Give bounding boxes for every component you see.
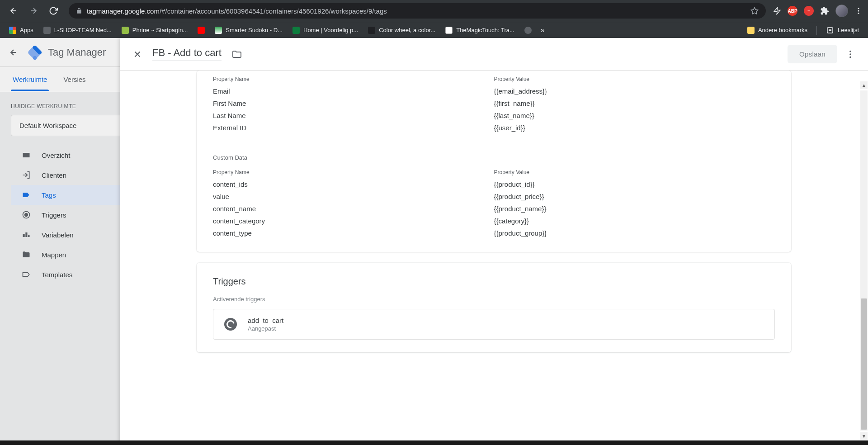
tag-icon xyxy=(22,190,33,199)
property-value: {{user_id}} xyxy=(494,124,775,132)
svg-rect-10 xyxy=(23,153,30,157)
folder-icon xyxy=(22,250,33,259)
table-row: content_ids{{product_id}} xyxy=(213,178,775,190)
tab-workspace[interactable]: Werkruimte xyxy=(11,68,49,90)
trigger-name: add_to_cart xyxy=(248,317,283,324)
apps-grid-icon xyxy=(9,27,16,34)
svg-point-1 xyxy=(858,8,859,9)
bolt-icon[interactable] xyxy=(773,7,781,15)
browser-reload-button[interactable] xyxy=(45,3,61,19)
property-value: {{product_id}} xyxy=(494,180,775,188)
bookmark-item[interactable]: Home | Voordelig p... xyxy=(289,25,362,36)
trigger-type: Aangepast xyxy=(248,325,283,332)
property-name: External ID xyxy=(213,124,494,132)
more-vert-icon xyxy=(845,49,855,59)
svg-marker-0 xyxy=(751,8,758,14)
tag-title[interactable]: FB - Add to cart xyxy=(152,47,222,61)
reading-list[interactable]: Leeslijst xyxy=(822,24,863,36)
bookmark-item[interactable]: L-SHOP-TEAM Ned... xyxy=(40,25,115,36)
property-value: {{email_address}} xyxy=(494,87,775,95)
property-name: Email xyxy=(213,87,494,95)
property-name: content_type xyxy=(213,229,494,237)
bookmark-item[interactable]: Color wheel, a color... xyxy=(364,25,439,36)
chrome-menu-icon[interactable] xyxy=(854,7,863,15)
drawer-menu-button[interactable] xyxy=(845,49,855,59)
custom-event-icon xyxy=(224,318,237,331)
scroll-thumb[interactable] xyxy=(861,298,867,430)
property-name: First Name xyxy=(213,99,494,107)
property-value: {{product_name}} xyxy=(494,205,775,213)
close-icon xyxy=(132,49,142,59)
favicon-icon xyxy=(122,27,129,34)
abp-icon[interactable]: ABP xyxy=(788,6,797,16)
current-workspace[interactable]: Default Workspace xyxy=(11,115,124,136)
tab-versions[interactable]: Versies xyxy=(61,68,87,90)
table-row: Last Name{{last_name}} xyxy=(213,109,775,122)
gtm-logo-icon xyxy=(24,41,46,63)
favicon-icon xyxy=(368,27,375,34)
url-text: tagmanager.google.com/#/container/accoun… xyxy=(87,7,387,15)
svg-point-3 xyxy=(858,13,859,14)
favicon-icon xyxy=(292,27,300,34)
arrow-right-icon xyxy=(29,6,38,15)
taskbar xyxy=(0,440,868,445)
triggers-title: Triggers xyxy=(213,272,775,287)
svg-point-18 xyxy=(849,50,851,52)
target-icon xyxy=(22,210,33,219)
extensions-icon[interactable] xyxy=(820,6,829,15)
bookmark-item[interactable] xyxy=(521,25,535,36)
triggers-card[interactable]: Triggers Activerende triggers add_to_car… xyxy=(197,263,791,352)
close-button[interactable] xyxy=(132,49,142,59)
bookmark-apps[interactable]: Apps xyxy=(5,25,37,36)
bookmark-item[interactable] xyxy=(194,25,208,36)
dashboard-icon xyxy=(22,151,33,160)
property-name: content_category xyxy=(213,217,494,225)
tag-config-card[interactable]: Property Name Property Value Email{{emai… xyxy=(197,71,791,252)
property-value: {{product_group}} xyxy=(494,229,775,237)
scroll-down-arrow[interactable]: ▼ xyxy=(860,432,868,440)
folder-outline-icon xyxy=(231,49,242,60)
table-row: value{{product_price}} xyxy=(213,190,775,203)
scrollbar[interactable]: ▲ ▼ xyxy=(860,81,868,440)
bookmark-item[interactable]: Smarter Sudoku - D... xyxy=(211,25,286,36)
table-row: Email{{email_address}} xyxy=(213,85,775,97)
trigger-row[interactable]: add_to_cart Aangepast xyxy=(213,309,775,340)
svg-rect-14 xyxy=(25,232,27,237)
folder-button[interactable] xyxy=(231,49,242,60)
property-value: {{last_name}} xyxy=(494,112,775,119)
exit-icon xyxy=(22,170,33,180)
custom-data-label: Custom Data xyxy=(213,154,775,161)
gtm-back-button[interactable] xyxy=(9,48,18,57)
svg-point-2 xyxy=(858,10,859,12)
browser-back-button[interactable] xyxy=(5,3,22,19)
property-value: {{first_name}} xyxy=(494,99,775,107)
favicon-icon xyxy=(43,27,51,34)
bookmark-overflow[interactable]: » xyxy=(541,26,545,34)
tag-drawer: FB - Add to cart Opslaan Property Name P… xyxy=(120,38,868,445)
bookmark-item[interactable]: TheMagicTouch: Tra... xyxy=(442,25,518,36)
property-name: content_ids xyxy=(213,180,494,188)
favicon-icon xyxy=(215,27,222,34)
bookmarks-bar: Apps L-SHOP-TEAM Ned... Phrine ~ Startpa… xyxy=(0,22,868,38)
property-name: value xyxy=(213,193,494,200)
svg-rect-15 xyxy=(28,235,29,237)
save-button[interactable]: Opslaan xyxy=(788,45,837,63)
address-bar[interactable]: tagmanager.google.com/#/container/accoun… xyxy=(69,3,766,19)
arrow-left-icon xyxy=(9,6,18,15)
scroll-up-arrow[interactable]: ▲ xyxy=(860,81,868,89)
globe-icon xyxy=(524,27,532,34)
property-name: Last Name xyxy=(213,112,494,119)
activating-triggers-label: Activerende triggers xyxy=(213,296,775,303)
ublock-icon[interactable] xyxy=(804,6,814,16)
profile-avatar[interactable] xyxy=(835,5,848,17)
property-name: content_name xyxy=(213,205,494,213)
table-row: content_category{{category}} xyxy=(213,215,775,227)
browser-forward-button[interactable] xyxy=(25,3,42,19)
blocks-icon xyxy=(22,230,33,239)
table-row: External ID{{user_id}} xyxy=(213,122,775,134)
label-icon xyxy=(22,270,33,279)
svg-point-12 xyxy=(25,213,28,217)
star-icon[interactable] xyxy=(750,7,759,15)
other-bookmarks[interactable]: Andere bookmarks xyxy=(744,25,811,36)
bookmark-item[interactable]: Phrine ~ Startpagin... xyxy=(118,25,192,36)
